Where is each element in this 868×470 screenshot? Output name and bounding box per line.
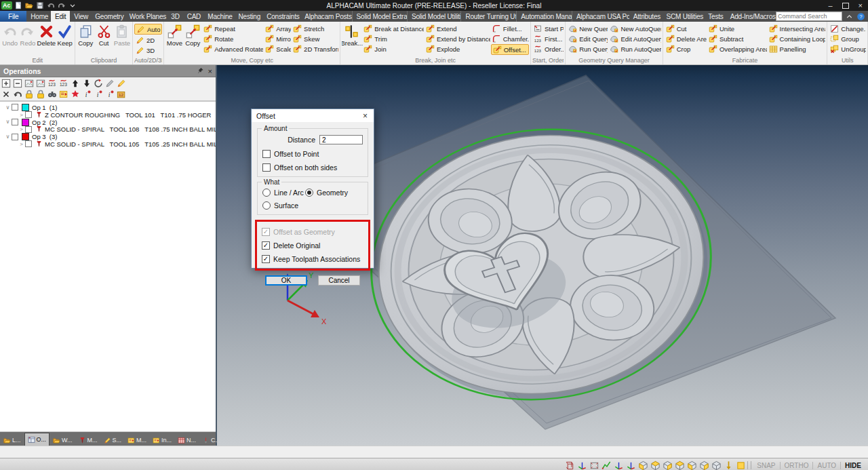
new-file-icon[interactable] (14, 1, 22, 9)
delete-original-checkbox[interactable]: Delete Original (262, 241, 363, 250)
offset-to-point-checkbox[interactable]: Offset to Point (262, 150, 363, 158)
cancel-button[interactable]: Cancel (318, 275, 360, 286)
collapse-ribbon-icon[interactable] (845, 12, 854, 21)
ribbon-button-copy[interactable]: Copy (77, 22, 94, 47)
tab-solid-model-utiliti[interactable]: Solid Model Utiliti (407, 11, 460, 22)
ribbon-button-cut[interactable]: Cut (665, 24, 707, 33)
view-iso2-icon[interactable] (711, 461, 722, 470)
undo-icon[interactable] (47, 1, 55, 9)
minimize-button[interactable]: – (828, 2, 832, 9)
ribbon-button-group[interactable]: Group (829, 34, 866, 43)
tab-add-ins-macros[interactable]: Add-Ins/Macros (726, 11, 776, 22)
edit-icon[interactable] (105, 79, 115, 88)
ribbon-button-copy[interactable]: Copy (184, 22, 201, 47)
ribbon-button-run-autoquery[interactable]: Run AutoQuery (608, 44, 660, 54)
tree-checkbox[interactable] (25, 126, 32, 133)
view-top-icon[interactable] (650, 461, 660, 470)
regenerate-icon[interactable] (94, 79, 103, 88)
keep-toolpath-associations-checkbox[interactable]: Keep Toolpath Associations (262, 255, 363, 263)
ribbon-button-edit-autoquery[interactable]: Edit AutoQuery (608, 34, 660, 43)
ribbon-button-repeat[interactable]: Repeat (202, 24, 263, 33)
toolbar-options-icon[interactable] (68, 1, 77, 9)
time-icon[interactable]: 12 (117, 90, 126, 99)
report-edit-icon[interactable] (36, 79, 45, 88)
ribbon-button-advanced-rotate[interactable]: Advanced Rotate... (202, 44, 263, 54)
ribbon-button-crop[interactable]: Crop (665, 44, 707, 54)
view-right-icon[interactable] (663, 461, 673, 470)
panel-close-icon[interactable]: × (208, 67, 212, 75)
ribbon-button-skew[interactable]: Skew (292, 34, 338, 43)
tab-cad[interactable]: CAD (183, 11, 204, 22)
tab-macros[interactable]: M... (125, 435, 149, 446)
open-icon[interactable] (25, 1, 33, 9)
tab-machine[interactable]: Machine (203, 11, 234, 22)
view-front-icon[interactable] (675, 461, 685, 470)
ribbon-button-order[interactable]: 123Order... (532, 44, 564, 54)
ribbon-button-offset[interactable]: Offset... (491, 44, 529, 55)
renumber-tools-icon[interactable]: 123 (47, 79, 57, 88)
ribbon-button-extend[interactable]: Extend (425, 24, 490, 33)
tab-machining[interactable]: M... (76, 435, 100, 446)
tab-geometry[interactable]: Geometry (91, 11, 125, 22)
ribbon-button-keep[interactable]: Keep (56, 22, 73, 47)
simulate-icon[interactable] (71, 90, 80, 99)
undo-op-icon[interactable] (13, 90, 22, 99)
ribbon-button-start-pt[interactable]: Start Pt (532, 24, 564, 33)
expand-all-icon[interactable] (1, 79, 11, 88)
ribbon-button-unite[interactable]: Unite (707, 24, 767, 33)
redo-icon[interactable] (58, 1, 66, 9)
move-up-icon[interactable] (71, 79, 80, 88)
tab-info[interactable]: In... (150, 435, 174, 446)
tab-view[interactable]: View (70, 11, 91, 22)
view-extents-icon[interactable] (589, 461, 599, 470)
ribbon-button-2d[interactable]: 2D (134, 35, 163, 45)
tab-workplanes[interactable]: W... (50, 435, 75, 446)
ribbon-button-break[interactable]: Break... (342, 22, 361, 47)
tab-home[interactable]: Home (26, 11, 51, 22)
command-search-input[interactable] (776, 12, 842, 21)
ribbon-button-3d[interactable]: 3D (134, 45, 163, 55)
ribbon-button-run-query[interactable]: Run Query (567, 44, 608, 54)
tree-checkbox[interactable] (12, 134, 18, 140)
renumber-ops-icon[interactable]: 123 (59, 79, 68, 88)
distance-input[interactable] (319, 135, 363, 144)
view-back-icon[interactable] (687, 461, 697, 470)
ribbon-button-2d-transform[interactable]: 2D Transform (292, 44, 338, 54)
toggle-auto[interactable]: AUTO (812, 462, 840, 469)
view-bottom-icon[interactable] (699, 461, 709, 470)
expander-icon[interactable]: ∨ (4, 134, 12, 140)
ribbon-button-move[interactable]: Move (165, 22, 183, 47)
tab-operations[interactable]: O... (24, 433, 50, 446)
quick-edit-icon[interactable] (117, 79, 126, 88)
ribbon-button-new-query[interactable]: New Query (567, 24, 608, 33)
ribbon-button-scale[interactable]: Scale (264, 44, 291, 54)
restore-button[interactable] (842, 3, 849, 9)
lock-icon[interactable] (24, 90, 34, 99)
offset-both-sides-checkbox[interactable]: Offset on both sides (262, 163, 363, 172)
toggle-snap[interactable]: SNAP (753, 462, 779, 469)
digitise-icon[interactable] (601, 461, 612, 470)
ribbon-button-stretch[interactable]: Stretch (292, 24, 338, 33)
tab-file[interactable]: File (0, 11, 26, 22)
info-tool-icon[interactable]: i (94, 90, 103, 99)
delete-op-icon[interactable] (1, 90, 11, 99)
tab-scm-utilities[interactable]: SCM Utilities (663, 11, 705, 22)
expander-icon[interactable]: ∨ (4, 104, 12, 111)
ribbon-button-subtract[interactable]: Subtract (707, 34, 767, 43)
view-left-icon[interactable] (638, 461, 648, 470)
tab-alphacam-posts[interactable]: Alphacam Posts (300, 11, 351, 22)
expander-icon[interactable]: > (18, 141, 25, 147)
ribbon-button-mirror[interactable]: Mirror (264, 34, 291, 43)
ribbon-button-containing-loop[interactable]: Containing Loop (768, 34, 826, 43)
tab-alphacam-usa-pc[interactable]: Alphacam USA Pc (572, 11, 629, 22)
work-plane-xyz-icon[interactable] (614, 461, 624, 470)
ribbon-button-chamfer[interactable]: Chamfer... (491, 34, 529, 43)
ribbon-button-intersecting-areas[interactable]: Intersecting Areas (768, 24, 826, 33)
ribbon-button-join[interactable]: Join (362, 44, 424, 54)
tab-styles[interactable]: S... (101, 435, 125, 446)
view-iso-icon[interactable] (565, 461, 575, 470)
toggle-ortho[interactable]: ORTHO (780, 462, 813, 469)
ribbon-button-break-at-distance[interactable]: Break at Distance... (362, 24, 424, 33)
tab-3d[interactable]: 3D (167, 11, 182, 22)
ribbon-button-delete[interactable]: Delete (37, 22, 56, 47)
